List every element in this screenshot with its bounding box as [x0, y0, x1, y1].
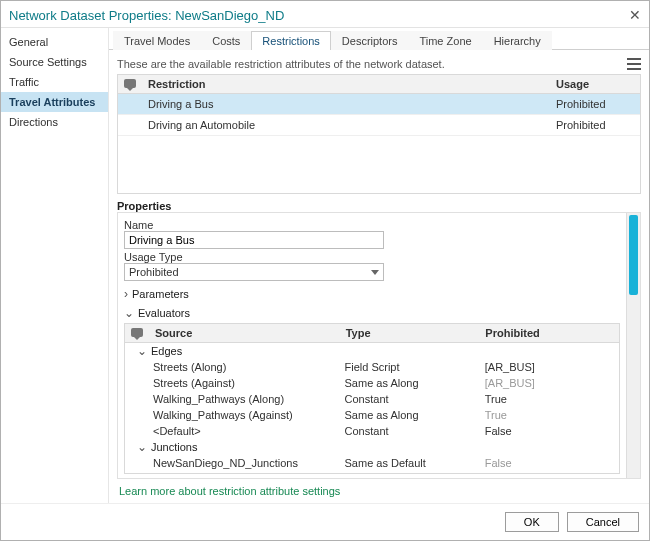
- sidebar-item-source-settings[interactable]: Source Settings: [1, 52, 108, 72]
- evaluator-prohibited: False: [479, 456, 619, 470]
- column-header-prohibited[interactable]: Prohibited: [479, 324, 619, 342]
- hamburger-menu-icon[interactable]: [627, 58, 641, 70]
- close-icon[interactable]: ✕: [629, 7, 641, 23]
- chevron-down-icon: [371, 270, 379, 275]
- evaluator-prohibited: [AR_BUS]: [479, 376, 619, 390]
- comment-icon: [131, 328, 143, 337]
- evaluator-type: Same as Along: [339, 408, 479, 422]
- restriction-name: Driving a Bus: [142, 96, 550, 112]
- tab-travel-modes[interactable]: Travel Modes: [113, 31, 201, 50]
- description-text: These are the available restriction attr…: [117, 58, 445, 70]
- evaluator-type: Constant: [339, 424, 479, 438]
- evaluator-source: NewSanDiego_ND_Junctions: [125, 456, 339, 470]
- restriction-row[interactable]: Driving an Automobile Prohibited: [118, 115, 640, 136]
- properties-panel: Name Usage Type Prohibited Parameters: [117, 212, 641, 479]
- tab-content: These are the available restriction attr…: [109, 50, 649, 503]
- chevron-down-icon: [137, 345, 147, 357]
- sidebar: General Source Settings Traffic Travel A…: [1, 28, 109, 503]
- group-edges[interactable]: Edges: [125, 343, 619, 359]
- tab-time-zone[interactable]: Time Zone: [408, 31, 482, 50]
- sidebar-item-directions[interactable]: Directions: [1, 112, 108, 132]
- evaluator-source: <Default>: [125, 472, 339, 474]
- evaluator-type: Constant: [339, 392, 479, 406]
- evaluator-row[interactable]: Streets (Along)Field Script[AR_BUS]: [125, 359, 619, 375]
- description-row: These are the available restriction attr…: [117, 56, 641, 74]
- comment-icon: [124, 79, 136, 88]
- column-header-comment: [118, 75, 142, 93]
- group-label: Junctions: [151, 441, 197, 453]
- column-header-source[interactable]: Source: [149, 324, 340, 342]
- evaluator-row[interactable]: NewSanDiego_ND_JunctionsSame as DefaultF…: [125, 455, 619, 471]
- parameters-section[interactable]: Parameters: [124, 287, 620, 301]
- column-header-comment: [125, 324, 149, 342]
- evaluator-type: Same as Along: [339, 376, 479, 390]
- usage-type-value: Prohibited: [129, 266, 179, 278]
- evaluator-prohibited: False: [479, 472, 619, 474]
- tab-costs[interactable]: Costs: [201, 31, 251, 50]
- tab-bar: Travel Modes Costs Restrictions Descript…: [109, 28, 649, 50]
- titlebar: Network Dataset Properties: NewSanDiego_…: [1, 1, 649, 28]
- column-header-usage[interactable]: Usage: [550, 75, 640, 93]
- chevron-down-icon: [124, 307, 134, 319]
- restrictions-table: Restriction Usage Driving a Bus Prohibit…: [117, 74, 641, 194]
- evaluator-type: Same as Default: [339, 456, 479, 470]
- tab-restrictions[interactable]: Restrictions: [251, 31, 330, 50]
- chevron-down-icon: [137, 441, 147, 453]
- evaluator-type: Constant: [339, 472, 479, 474]
- evaluator-source: Walking_Pathways (Along): [125, 392, 339, 406]
- dialog-footer: OK Cancel: [1, 503, 649, 540]
- evaluator-row[interactable]: Streets (Against)Same as Along[AR_BUS]: [125, 375, 619, 391]
- evaluator-prohibited: [AR_BUS]: [479, 360, 619, 374]
- scrollbar-thumb[interactable]: [629, 215, 638, 295]
- evaluators-table: Source Type Prohibited Edges Streets (Al…: [124, 323, 620, 474]
- dialog-body: General Source Settings Traffic Travel A…: [1, 28, 649, 503]
- evaluators-section[interactable]: Evaluators: [124, 307, 620, 319]
- properties-inner: Name Usage Type Prohibited Parameters: [118, 213, 626, 478]
- dialog-window: Network Dataset Properties: NewSanDiego_…: [0, 0, 650, 541]
- ok-button[interactable]: OK: [505, 512, 559, 532]
- evaluator-row[interactable]: Walking_Pathways (Against)Same as AlongT…: [125, 407, 619, 423]
- cancel-button[interactable]: Cancel: [567, 512, 639, 532]
- evaluators-header: Source Type Prohibited: [125, 324, 619, 343]
- evaluator-type: Field Script: [339, 360, 479, 374]
- chevron-right-icon: [124, 287, 128, 301]
- sidebar-item-traffic[interactable]: Traffic: [1, 72, 108, 92]
- evaluator-row[interactable]: Walking_Pathways (Along)ConstantTrue: [125, 391, 619, 407]
- restrictions-header: Restriction Usage: [118, 75, 640, 94]
- vertical-scrollbar[interactable]: [626, 213, 640, 478]
- learn-more-link[interactable]: Learn more about restriction attribute s…: [117, 479, 641, 499]
- restriction-name: Driving an Automobile: [142, 117, 550, 133]
- evaluator-prohibited: True: [479, 408, 619, 422]
- usage-type-select[interactable]: Prohibited: [124, 263, 384, 281]
- evaluator-source: <Default>: [125, 424, 339, 438]
- usage-type-label: Usage Type: [124, 251, 620, 263]
- sidebar-item-travel-attributes[interactable]: Travel Attributes: [1, 92, 108, 112]
- restriction-row[interactable]: Driving a Bus Prohibited: [118, 94, 640, 115]
- name-label: Name: [124, 219, 620, 231]
- name-input[interactable]: [124, 231, 384, 249]
- evaluator-source: Streets (Against): [125, 376, 339, 390]
- group-junctions[interactable]: Junctions: [125, 439, 619, 455]
- row-icon-cell: [118, 117, 142, 133]
- column-header-restriction[interactable]: Restriction: [142, 75, 550, 93]
- evaluator-source: Streets (Along): [125, 360, 339, 374]
- window-title: Network Dataset Properties: NewSanDiego_…: [9, 8, 284, 23]
- restriction-usage: Prohibited: [550, 117, 640, 133]
- sidebar-item-general[interactable]: General: [1, 32, 108, 52]
- properties-heading: Properties: [117, 200, 641, 212]
- tab-descriptors[interactable]: Descriptors: [331, 31, 409, 50]
- column-header-type[interactable]: Type: [340, 324, 480, 342]
- evaluator-source: Walking_Pathways (Against): [125, 408, 339, 422]
- row-icon-cell: [118, 96, 142, 112]
- evaluator-prohibited: False: [479, 424, 619, 438]
- evaluator-row[interactable]: <Default>ConstantFalse: [125, 471, 619, 474]
- evaluators-label: Evaluators: [138, 307, 190, 319]
- evaluators-body: Edges Streets (Along)Field Script[AR_BUS…: [125, 343, 619, 474]
- evaluator-prohibited: True: [479, 392, 619, 406]
- main-panel: Travel Modes Costs Restrictions Descript…: [109, 28, 649, 503]
- restrictions-body: Driving a Bus Prohibited Driving an Auto…: [118, 94, 640, 193]
- restriction-usage: Prohibited: [550, 96, 640, 112]
- tab-hierarchy[interactable]: Hierarchy: [483, 31, 552, 50]
- group-label: Edges: [151, 345, 182, 357]
- evaluator-row[interactable]: <Default>ConstantFalse: [125, 423, 619, 439]
